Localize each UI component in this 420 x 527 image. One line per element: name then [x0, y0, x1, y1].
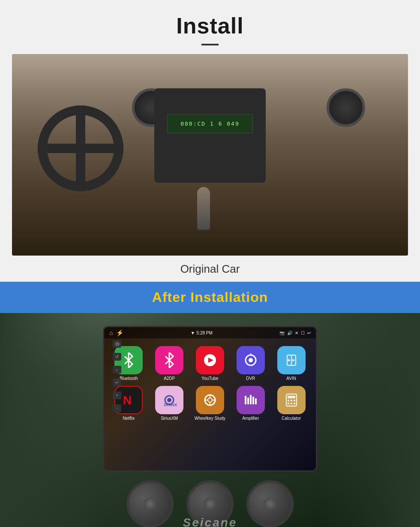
siriusxm-icon: SiriusXM — [162, 392, 177, 408]
original-car-section: 080:CD 1 6 049 — [0, 54, 420, 256]
after-car-section: ⌂ ⚡ ▼ 5:28 PM 📷 🔊 ✕ ☐ ↩ — [0, 313, 420, 527]
app-label-dvr: DVR — [246, 376, 255, 381]
original-car-image: 080:CD 1 6 049 — [12, 54, 408, 256]
knob-right[interactable] — [246, 480, 294, 527]
netflix-n-icon: N — [121, 392, 136, 408]
svg-rect-23 — [255, 398, 257, 404]
camera-icon: 📷 — [279, 331, 285, 335]
app-item-dvr[interactable]: DVR — [233, 346, 268, 381]
header-divider — [201, 44, 219, 45]
svg-rect-27 — [291, 400, 292, 401]
svg-text:SiriusXM: SiriusXM — [164, 403, 177, 407]
svg-rect-22 — [252, 397, 254, 404]
svg-rect-28 — [294, 400, 295, 401]
close-icon[interactable]: ✕ — [295, 331, 298, 335]
app-icon-youtube[interactable] — [196, 346, 224, 374]
page-header: Install — [0, 0, 420, 54]
svg-rect-20 — [247, 398, 249, 404]
cd-display: 080:CD 1 6 049 — [167, 114, 253, 133]
svg-point-3 — [249, 358, 253, 362]
reset-button[interactable]: ↺ — [113, 353, 121, 361]
app-icon-a2dp[interactable] — [155, 346, 183, 374]
svg-point-14 — [208, 398, 212, 402]
svg-rect-26 — [288, 400, 289, 401]
svg-rect-21 — [250, 395, 252, 404]
svg-marker-7 — [288, 359, 291, 361]
bluetooth-icon — [121, 352, 136, 368]
volume-icon[interactable]: 🔊 — [287, 331, 292, 335]
car-bg-right — [317, 313, 420, 527]
amplifier-icon — [243, 392, 258, 408]
app-item-avin[interactable]: AVIN — [273, 346, 309, 381]
steering-wheel — [38, 105, 123, 191]
after-installation-banner: After Installation — [0, 282, 420, 313]
app-item-a2dp[interactable]: A2DP — [152, 346, 187, 381]
svg-rect-30 — [291, 403, 292, 404]
head-unit-screen: ⌂ ⚡ ▼ 5:28 PM 📷 🔊 ✕ ☐ ↩ — [104, 327, 316, 470]
wifi-icon: ▼ — [191, 331, 195, 335]
vol-down-icon: - — [117, 406, 118, 410]
dashboard-center: 080:CD 1 6 049 — [154, 88, 266, 183]
vent-right — [327, 88, 365, 127]
app-item-calculator[interactable]: Calculator — [273, 386, 309, 421]
svg-rect-19 — [245, 396, 246, 404]
app-label-a2dp: A2DP — [164, 376, 175, 381]
original-car-label: Original Car — [0, 256, 420, 282]
app-grid: Bluetooth A2DP — [104, 340, 316, 470]
app-label-amplifier: Amplifier — [242, 416, 259, 421]
gear-shift — [197, 187, 210, 230]
side-controls: ⏻ ↺ ⌂ ↩ + - — [112, 340, 122, 412]
youtube-play-icon — [202, 352, 218, 368]
page-title: Install — [9, 13, 411, 39]
head-unit: ⌂ ⚡ ▼ 5:28 PM 📷 🔊 ✕ ☐ ↩ — [103, 326, 317, 472]
app-label-siriusxm: SiriusXM — [161, 416, 178, 421]
app-icon-amplifier[interactable] — [237, 386, 265, 414]
app-icon-wheelkey[interactable] — [196, 386, 224, 414]
brand-watermark: Seicane — [183, 516, 237, 527]
app-label-wheelkey: Wheelkey Study — [195, 416, 225, 421]
car-interior: 080:CD 1 6 049 — [12, 54, 408, 256]
power-button[interactable]: ⏻ — [113, 340, 121, 348]
app-item-siriusxm[interactable]: SiriusXM SiriusXM — [152, 386, 187, 421]
status-time: 5:28 PM — [197, 331, 213, 335]
app-item-youtube[interactable]: YouTube — [192, 346, 228, 381]
svg-text:N: N — [123, 394, 132, 407]
app-icon-dvr[interactable] — [237, 346, 265, 374]
app-icon-siriusxm[interactable]: SiriusXM — [155, 386, 183, 414]
app-label-calculator: Calculator — [282, 416, 301, 421]
bluetooth-icon: ⚡ — [116, 329, 123, 336]
app-icon-avin[interactable] — [277, 346, 306, 374]
app-label-netflix: Netflix — [123, 416, 135, 421]
window-icon[interactable]: ☐ — [301, 331, 305, 335]
vol-up-button[interactable]: + — [113, 391, 121, 399]
back-side-button[interactable]: ↩ — [113, 379, 121, 386]
after-car-image: ⌂ ⚡ ▼ 5:28 PM 📷 🔊 ✕ ☐ ↩ — [0, 313, 420, 527]
a2dp-bluetooth-icon — [162, 352, 177, 368]
app-icon-calculator[interactable] — [277, 386, 306, 414]
car-bg-left — [0, 313, 103, 527]
back-side-icon: ↩ — [115, 380, 119, 385]
wheelkey-icon — [202, 392, 218, 408]
dvr-icon — [243, 352, 258, 368]
app-label-youtube: YouTube — [201, 376, 218, 381]
svg-rect-29 — [288, 403, 289, 404]
app-label-bluetooth: Bluetooth — [120, 376, 138, 381]
status-bar-left: ⌂ ⚡ — [109, 329, 123, 336]
app-label-avin: AVIN — [286, 376, 296, 381]
home-icon[interactable]: ⌂ — [109, 329, 113, 336]
status-bar-right: 📷 🔊 ✕ ☐ ↩ — [279, 331, 311, 335]
status-center: ▼ 5:28 PM — [191, 331, 213, 335]
vol-down-button[interactable]: - — [113, 404, 121, 412]
reset-icon: ↺ — [115, 355, 119, 359]
power-icon: ⏻ — [115, 342, 119, 346]
avin-icon — [284, 352, 299, 368]
home-side-button[interactable]: ⌂ — [113, 366, 121, 373]
vol-up-icon: + — [116, 393, 118, 398]
svg-marker-8 — [292, 359, 295, 361]
app-item-wheelkey[interactable]: Wheelkey Study — [192, 386, 228, 421]
app-item-amplifier[interactable]: Amplifier — [233, 386, 268, 421]
svg-rect-31 — [294, 403, 295, 404]
svg-point-11 — [167, 398, 171, 402]
back-icon[interactable]: ↩ — [307, 331, 311, 335]
knob-left[interactable] — [126, 480, 174, 527]
